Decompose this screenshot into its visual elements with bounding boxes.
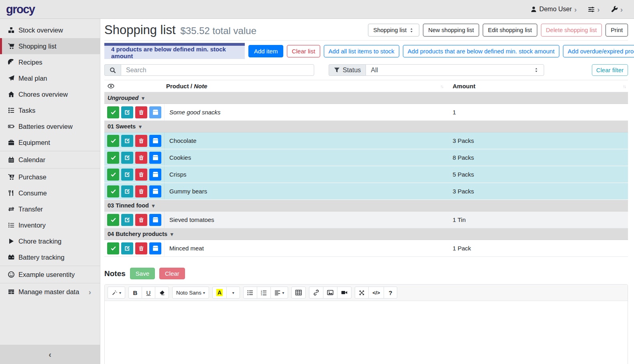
code-view-button[interactable]: </> (368, 287, 384, 299)
sidebar-item-stock-overview[interactable]: Stock overview (0, 22, 100, 38)
edit-item-button[interactable] (121, 152, 133, 164)
list-item-cookies: Cookies8 Packs (104, 149, 628, 166)
insert-table-button[interactable] (291, 287, 306, 299)
sidebar-item-inventory[interactable]: Inventory (0, 217, 100, 233)
insert-video-button[interactable] (337, 287, 352, 299)
editor-help-button[interactable]: ? (384, 287, 397, 299)
unordered-list-button[interactable] (243, 287, 257, 299)
eraser-button[interactable] (155, 287, 169, 299)
add-to-stock-button[interactable] (149, 152, 161, 164)
mark-done-button[interactable] (107, 106, 119, 118)
sidebar-collapse-button[interactable]: ‹ (0, 345, 100, 364)
underline-button[interactable]: U (142, 287, 155, 299)
mark-done-button[interactable] (107, 214, 119, 226)
sidebar-item-manage-master-data[interactable]: Manage master data› (0, 284, 100, 300)
search-input[interactable] (121, 64, 314, 76)
paragraph-align-button[interactable]: ▾ (270, 287, 288, 299)
sidebar-item-purchase[interactable]: Purchase (0, 169, 100, 185)
add-item-button[interactable]: Add item (248, 45, 283, 57)
fullscreen-button[interactable] (355, 287, 369, 299)
text-color-caret-button[interactable]: ▾ (226, 287, 240, 299)
notes-save-button[interactable]: Save (130, 268, 155, 279)
grocy-logo[interactable]: grocy (0, 3, 100, 16)
sidebar-item-tasks[interactable]: Tasks (0, 102, 100, 118)
status-filter-select[interactable]: All (366, 64, 544, 76)
add-to-stock-button[interactable] (149, 214, 161, 226)
new-shopping-list-button[interactable]: New shopping list (423, 24, 479, 37)
group-header-04-butchery-products[interactable]: 04 Butchery products▾ (104, 228, 628, 240)
sidebar-item-battery-tracking[interactable]: Battery tracking (0, 249, 100, 265)
insert-link-button[interactable] (309, 287, 323, 299)
sidebar-item-label: Battery tracking (18, 254, 65, 261)
notes-clear-button[interactable]: Clear (159, 268, 185, 279)
settings-menu[interactable]: › (588, 6, 599, 13)
product-column-header[interactable]: Product / Note ↑↓ (165, 83, 449, 89)
edit-item-button[interactable] (121, 135, 133, 147)
edit-item-button[interactable] (121, 214, 133, 226)
admin-menu[interactable]: › (611, 6, 623, 13)
edit-shopping-list-button[interactable]: Edit shopping list (483, 24, 537, 37)
clear-filter-button[interactable]: Clear filter (592, 64, 628, 76)
mark-done-button[interactable] (107, 152, 119, 164)
sidebar-item-batteries-overview[interactable]: Batteries overview (0, 118, 100, 134)
group-header-ungrouped[interactable]: Ungrouped▾ (104, 92, 628, 104)
font-family-select[interactable]: Noto Sans ▾ (172, 287, 209, 299)
delete-item-button[interactable] (135, 106, 147, 118)
add-to-stock-button[interactable] (149, 135, 161, 147)
delete-shopping-list-button[interactable]: Delete shopping list (541, 24, 602, 37)
add-to-stock-button[interactable] (149, 169, 161, 181)
edit-item-button[interactable] (121, 185, 133, 197)
style-magic-button[interactable]: ▾ (108, 287, 125, 299)
delete-item-button[interactable] (135, 152, 147, 164)
below-min-stock-alert[interactable]: 4 products are below defined min. stock … (104, 43, 245, 59)
sidebar-item-recipes[interactable]: Recipes (0, 54, 100, 70)
sidebar-item-calendar[interactable]: Calendar (0, 152, 100, 168)
ordered-list-button[interactable]: 123 (257, 287, 271, 299)
delete-item-button[interactable] (135, 169, 147, 181)
edit-item-button[interactable] (121, 106, 133, 118)
delete-item-button[interactable] (135, 185, 147, 197)
add-to-stock-button[interactable] (149, 185, 161, 197)
add-overdue-button[interactable]: Add overdue/expired products (563, 45, 634, 57)
chevron-right-icon: › (597, 6, 599, 13)
add-all-to-stock-button[interactable]: Add all list items to stock (324, 45, 399, 57)
item-amount: 3 Packs (449, 137, 628, 144)
bold-button[interactable]: B (128, 287, 142, 299)
cart-plus-icon (8, 174, 15, 180)
shopping-list-selector[interactable]: Shopping list (368, 24, 419, 37)
sidebar-item-consume[interactable]: Consume (0, 185, 100, 201)
add-to-stock-button[interactable] (149, 106, 161, 118)
text-color-button[interactable]: A (212, 287, 227, 299)
amount-column-header[interactable]: Amount ↑↓ (449, 83, 628, 89)
mark-done-button[interactable] (107, 242, 119, 254)
mark-done-button[interactable] (107, 185, 119, 197)
sidebar-item-shopping-list[interactable]: Shopping list (0, 38, 100, 54)
delete-item-button[interactable] (135, 242, 147, 254)
mark-done-button[interactable] (107, 169, 119, 181)
insert-image-button[interactable] (323, 287, 337, 299)
group-header-01-sweets[interactable]: 01 Sweets▾ (104, 121, 628, 132)
caret-down-icon: ▾ (282, 291, 284, 295)
sidebar-item-chores-overview[interactable]: Chores overview (0, 86, 100, 102)
item-name: Some good snacks (165, 109, 449, 116)
add-below-min-button[interactable]: Add products that are below defined min.… (403, 45, 559, 57)
user-menu[interactable]: Demo User › (530, 6, 577, 13)
add-to-stock-button[interactable] (149, 242, 161, 254)
visibility-column-header[interactable] (104, 83, 165, 89)
clear-list-button[interactable]: Clear list (287, 45, 320, 57)
sidebar-item-transfer[interactable]: Transfer (0, 201, 100, 217)
sidebar-items: Stock overviewShopping listRecipesMeal p… (0, 19, 100, 345)
delete-item-button[interactable] (135, 214, 147, 226)
group-header-03-tinned-food[interactable]: 03 Tinned food▾ (104, 200, 628, 211)
print-button[interactable]: Print (606, 24, 628, 37)
delete-item-button[interactable] (135, 135, 147, 147)
sidebar-item-equipment[interactable]: Equipment (0, 134, 100, 150)
sidebar-item-chore-tracking[interactable]: Chore tracking (0, 233, 100, 249)
edit-item-button[interactable] (121, 169, 133, 181)
sidebar-item-example-userentity[interactable]: Example userentity (0, 266, 100, 283)
mark-done-button[interactable] (107, 135, 119, 147)
edit-item-button[interactable] (121, 242, 133, 254)
notes-editor-content[interactable] (105, 301, 628, 364)
sidebar-item-meal-plan[interactable]: Meal plan (0, 70, 100, 86)
sidebar-item-label: Chores overview (18, 91, 68, 98)
